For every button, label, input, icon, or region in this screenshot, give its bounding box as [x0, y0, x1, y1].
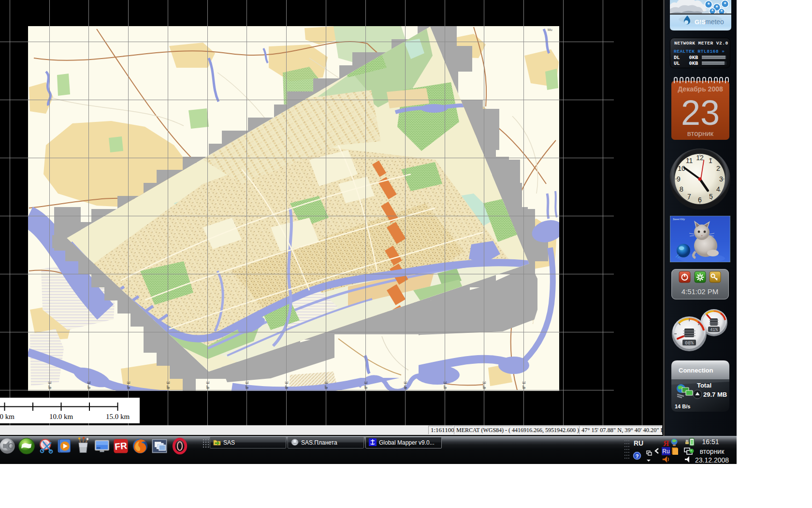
svg-text:0" E: 0" E: [205, 381, 210, 389]
svg-text:14 B/s: 14 B/s: [675, 403, 690, 409]
svg-text:Total: Total: [697, 382, 711, 389]
svg-text:16:51: 16:51: [702, 438, 719, 446]
svg-text:0" E: 0" E: [245, 381, 249, 389]
svg-text:Mu: Mu: [548, 28, 552, 31]
svg-text:0" E: 0" E: [47, 381, 52, 389]
svg-text:meteo: meteo: [705, 18, 724, 26]
svg-text:1: 1: [709, 157, 712, 164]
svg-text:0" E: 0" E: [363, 381, 368, 389]
svg-text:4:51:02 PM: 4:51:02 PM: [682, 287, 719, 296]
svg-text:NETWORK METER V2.0: NETWORK METER V2.0: [674, 41, 728, 46]
svg-text:5.0 km: 5.0 km: [0, 413, 14, 420]
svg-text:вторник: вторник: [687, 129, 714, 137]
svg-text:10.0 km: 10.0 km: [49, 413, 73, 420]
svg-text:вторник: вторник: [700, 448, 725, 455]
svg-text:0" E: 0" E: [126, 381, 131, 389]
svg-text:0" E: 0" E: [443, 381, 448, 389]
svg-text:29.7 MB: 29.7 MB: [703, 391, 727, 398]
svg-text:4: 4: [716, 185, 720, 193]
svg-text:0" E: 0" E: [522, 381, 526, 389]
svg-text:3: 3: [719, 175, 723, 183]
svg-text:15.0 km: 15.0 km: [106, 413, 130, 420]
svg-text:?: ?: [636, 453, 639, 459]
svg-text:UL 0KB: UL 0KB: [674, 60, 698, 66]
svg-text:5: 5: [709, 193, 713, 200]
svg-text:Декабрь 2008: Декабрь 2008: [678, 85, 723, 93]
svg-text:23.12.2008: 23.12.2008: [695, 456, 729, 464]
svg-text:Sweet Kitty: Sweet Kitty: [673, 218, 685, 221]
svg-text:2: 2: [716, 164, 720, 172]
svg-text:Ru: Ru: [662, 448, 669, 455]
svg-text:0" E: 0" E: [403, 381, 408, 389]
svg-text:0" E: 0" E: [166, 381, 171, 389]
svg-text:Я: Я: [663, 439, 669, 448]
svg-text:7: 7: [687, 193, 691, 200]
svg-text:*: *: [711, 8, 714, 14]
svg-text:0" E: 0" E: [482, 381, 487, 389]
svg-text:REALTEK RTL8168 »: REALTEK RTL8168 »: [674, 49, 725, 54]
svg-text:23: 23: [681, 93, 720, 132]
svg-text:08%: 08%: [685, 341, 694, 346]
svg-text:9: 9: [677, 175, 681, 183]
svg-text:8: 8: [680, 185, 683, 193]
svg-text:Connection: Connection: [679, 367, 713, 374]
svg-text:FR: FR: [114, 440, 128, 452]
svg-text:RU: RU: [634, 439, 643, 447]
svg-text:0" E: 0" E: [87, 381, 91, 389]
svg-text:0" E: 0" E: [324, 381, 329, 389]
svg-text:DL 0KB: DL 0KB: [674, 55, 698, 60]
svg-text:11: 11: [686, 157, 693, 164]
svg-text:41%: 41%: [710, 328, 718, 332]
svg-text:0" E: 0" E: [284, 381, 289, 389]
svg-text:G!S: G!S: [695, 18, 706, 26]
